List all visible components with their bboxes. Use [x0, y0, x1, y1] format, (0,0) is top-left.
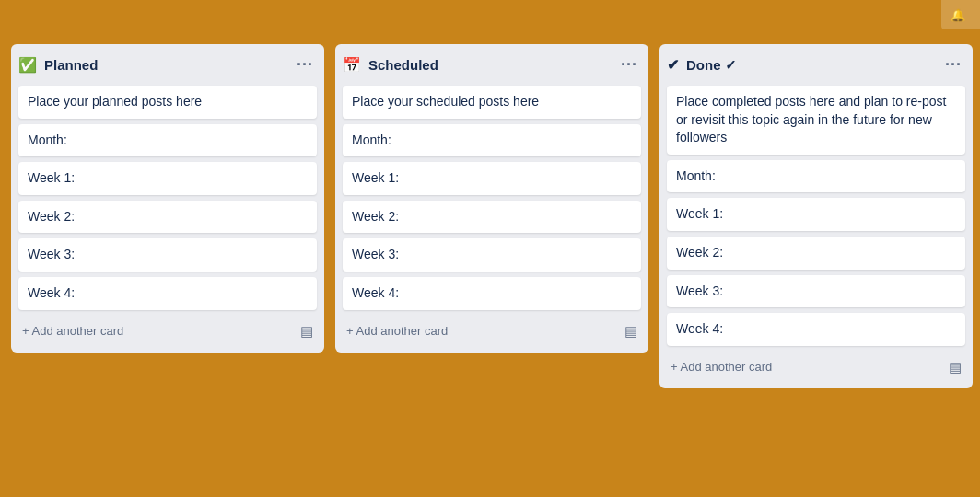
add-card-label-planned: + Add another card: [22, 324, 123, 338]
column-title-text-scheduled: Scheduled: [368, 57, 438, 73]
card-scheduled-4[interactable]: Week 3:: [343, 238, 641, 272]
add-card-left-planned: + Add another card: [22, 324, 123, 338]
column-menu-planned[interactable]: ···: [293, 53, 317, 76]
board: ✅Planned···Place your planned posts here…: [0, 0, 980, 399]
column-title-done: ✔Done ✓: [667, 56, 737, 74]
card-scheduled-5[interactable]: Week 4:: [343, 277, 641, 310]
column-menu-done[interactable]: ···: [941, 53, 965, 76]
column-icon-done: ✔: [667, 56, 679, 74]
add-card-label-scheduled: + Add another card: [346, 324, 448, 338]
add-card-label-done: + Add another card: [671, 360, 772, 374]
column-title-planned: ✅Planned: [18, 56, 98, 74]
card-template-icon-done[interactable]: ▤: [949, 359, 962, 376]
card-planned-1[interactable]: Month:: [18, 124, 317, 157]
add-card-button-scheduled[interactable]: + Add another card▤: [343, 318, 641, 345]
column-menu-scheduled[interactable]: ···: [617, 53, 641, 76]
card-done-3[interactable]: Week 2:: [667, 237, 965, 270]
card-planned-2[interactable]: Week 1:: [18, 162, 317, 195]
column-header-planned: ✅Planned···: [18, 52, 317, 78]
card-scheduled-0[interactable]: Place your scheduled posts here: [343, 86, 641, 119]
card-done-5[interactable]: Week 4:: [667, 313, 965, 346]
column-header-done: ✔Done ✓···: [667, 52, 965, 78]
topbar-icon: 🔔: [951, 8, 965, 22]
card-scheduled-3[interactable]: Week 2:: [343, 201, 641, 234]
column-title-text-planned: Planned: [44, 57, 98, 73]
column-title-scheduled: 📅Scheduled: [343, 56, 438, 74]
add-card-left-scheduled: + Add another card: [346, 324, 448, 338]
card-done-0[interactable]: Place completed posts here and plan to r…: [667, 86, 965, 155]
card-done-4[interactable]: Week 3:: [667, 275, 965, 308]
add-card-left-done: + Add another card: [671, 360, 772, 374]
column-header-scheduled: 📅Scheduled···: [343, 52, 641, 78]
card-done-2[interactable]: Week 1:: [667, 198, 965, 231]
card-template-icon-planned[interactable]: ▤: [300, 323, 313, 340]
topbar-button[interactable]: 🔔: [941, 0, 980, 29]
column-icon-scheduled: 📅: [343, 56, 361, 74]
column-title-text-done: Done ✓: [686, 57, 737, 74]
column-planned: ✅Planned···Place your planned posts here…: [11, 44, 324, 353]
add-card-button-planned[interactable]: + Add another card▤: [18, 318, 317, 345]
card-scheduled-1[interactable]: Month:: [343, 124, 641, 157]
column-done: ✔Done ✓···Place completed posts here and…: [659, 44, 973, 388]
card-scheduled-2[interactable]: Week 1:: [343, 162, 641, 195]
card-planned-5[interactable]: Week 4:: [18, 277, 317, 310]
add-card-button-done[interactable]: + Add another card▤: [667, 353, 965, 381]
card-planned-3[interactable]: Week 2:: [18, 201, 317, 234]
card-template-icon-scheduled[interactable]: ▤: [624, 323, 637, 340]
column-icon-planned: ✅: [18, 56, 37, 74]
column-scheduled: 📅Scheduled···Place your scheduled posts …: [335, 44, 648, 353]
card-planned-0[interactable]: Place your planned posts here: [18, 86, 317, 119]
card-planned-4[interactable]: Week 3:: [18, 238, 317, 272]
card-done-1[interactable]: Month:: [667, 160, 965, 193]
